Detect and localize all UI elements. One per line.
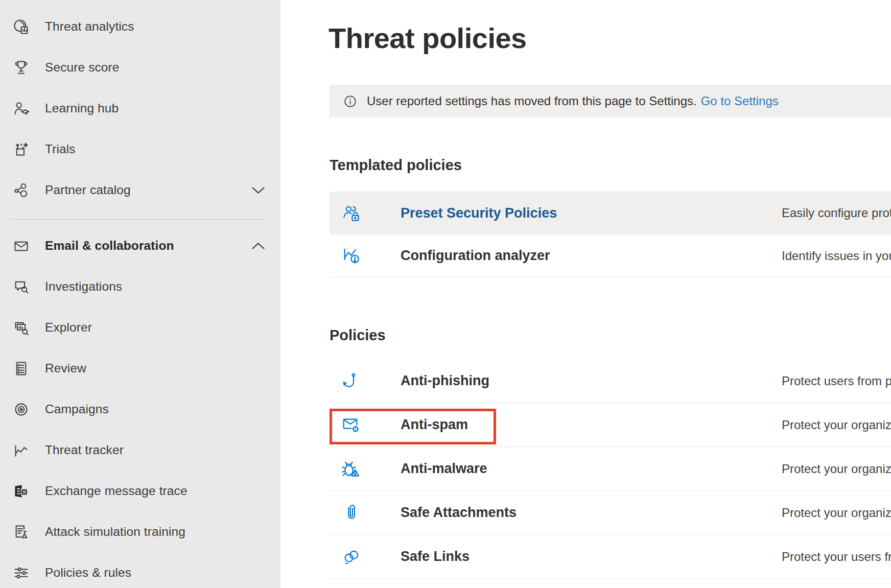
policy-row-description: Protect your organiz (782, 418, 891, 432)
policy-row-anti-malware[interactable]: Anti-malwareProtect your organiz (330, 447, 891, 491)
sidebar-item-learning-hub[interactable]: Learning hub (0, 88, 280, 129)
info-banner-text: User reported settings has moved from th… (367, 94, 697, 108)
sidebar-item-explorer[interactable]: Explorer (0, 307, 280, 348)
policy-row-description: Protect users from p (782, 374, 891, 388)
policy-row-label[interactable]: Anti-phishing (401, 373, 782, 389)
policy-row-label[interactable]: Anti-malware (401, 461, 782, 477)
policy-row-anti-spam[interactable]: Anti-spamProtect your organiz (330, 403, 891, 447)
sidebar-divider (10, 219, 265, 220)
sidebar-item-label: Explorer (45, 320, 92, 335)
sidebar-item-exchange-message-trace[interactable]: Exchange message trace (0, 471, 280, 511)
sidebar-item-partner-catalog[interactable]: Partner catalog (0, 170, 280, 210)
policy-row-safe-links[interactable]: Safe LinksProtect your users fr (330, 535, 891, 579)
anti-phishing-icon (330, 370, 401, 391)
policy-row-description: Protect your organiz (782, 462, 891, 476)
go-to-settings-link[interactable]: Go to Settings (701, 94, 779, 108)
sidebar-item-threat-tracker[interactable]: Threat tracker (0, 430, 280, 471)
policy-row-label[interactable]: Safe Attachments (401, 505, 782, 521)
policy-row-configuration-analyzer[interactable]: Configuration analyzerIdentify issues in… (330, 234, 891, 277)
sidebar-item-label: Campaigns (45, 402, 109, 416)
sidebar-item-review[interactable]: Review (0, 348, 280, 389)
policy-row-label[interactable]: Configuration analyzer (401, 248, 782, 264)
sidebar-item-label: Review (45, 361, 86, 375)
templated-policies-heading: Templated policies (330, 157, 462, 174)
attack-simulation-training-icon (11, 522, 31, 542)
policy-row-label[interactable]: Safe Links (401, 549, 782, 565)
threat-tracker-icon (11, 440, 31, 460)
chevron-down-icon[interactable] (251, 186, 265, 195)
policy-row-description: Easily configure prot (782, 206, 891, 220)
explorer-icon (11, 318, 31, 337)
sidebar-item-label: Email & collaboration (45, 239, 174, 253)
configuration-analyzer-icon (330, 245, 401, 266)
policy-row-description: Protect your users fr (782, 550, 891, 564)
sidebar-item-email-collaboration[interactable]: Email & collaboration (0, 225, 280, 266)
threat-analytics-icon (11, 17, 31, 36)
trials-icon (11, 139, 31, 159)
sidebar-nav: Threat analyticsSecure scoreLearning hub… (0, 0, 280, 588)
sidebar-item-campaigns[interactable]: Campaigns (0, 389, 280, 430)
policy-row-label[interactable]: Preset Security Policies (401, 205, 782, 221)
policies-rules-icon (11, 563, 31, 582)
sidebar-item-label: Secure score (45, 60, 120, 75)
sidebar-item-secure-score[interactable]: Secure score (0, 47, 280, 88)
policy-row-anti-phishing[interactable]: Anti-phishingProtect users from p (330, 359, 891, 403)
sidebar-item-label: Attack simulation training (45, 525, 185, 539)
sidebar-item-label: Policies & rules (45, 566, 131, 580)
sidebar-item-investigations[interactable]: Investigations (0, 266, 280, 307)
policy-row-label[interactable]: Anti-spam (401, 417, 782, 433)
safe-attachments-icon (330, 502, 401, 523)
sidebar-item-label: Partner catalog (45, 183, 131, 197)
sidebar-item-threat-analytics[interactable]: Threat analytics (0, 6, 280, 47)
review-icon (11, 359, 31, 378)
email-collaboration-icon (11, 236, 31, 255)
sidebar-item-label: Investigations (45, 279, 122, 294)
sidebar: Threat analyticsSecure scoreLearning hub… (0, 0, 280, 588)
anti-spam-icon (330, 414, 401, 435)
policies-heading: Policies (330, 327, 386, 344)
preset-security-policies-icon (330, 203, 401, 224)
campaigns-icon (11, 399, 31, 419)
sidebar-item-label: Learning hub (45, 101, 119, 115)
sidebar-item-label: Exchange message trace (45, 484, 187, 498)
sidebar-item-policies-rules[interactable]: Policies & rules (0, 552, 280, 588)
policy-row-description: Identify issues in you (782, 249, 891, 263)
sidebar-item-attack-simulation-training[interactable]: Attack simulation training (0, 511, 280, 552)
chevron-up-icon[interactable] (251, 242, 265, 250)
secure-score-icon (11, 58, 31, 77)
policy-row-safe-attachments[interactable]: Safe AttachmentsProtect your organiz (330, 491, 891, 535)
policies-list: Anti-phishingProtect users from pAnti-sp… (330, 359, 891, 579)
page-title: Threat policies (329, 21, 527, 55)
info-banner: User reported settings has moved from th… (330, 85, 891, 117)
sidebar-item-label: Threat tracker (45, 443, 124, 457)
safe-links-icon (330, 546, 401, 567)
sidebar-item-label: Trials (45, 142, 76, 156)
learning-hub-icon (11, 99, 31, 118)
main-content: Threat policies User reported settings h… (280, 0, 891, 588)
sidebar-item-trials[interactable]: Trials (0, 129, 280, 170)
sidebar-item-label: Threat analytics (45, 19, 134, 34)
policy-row-description: Protect your organiz (782, 506, 891, 520)
templated-policies-list: Preset Security PoliciesEasily configure… (330, 192, 891, 277)
anti-malware-icon (330, 458, 401, 479)
partner-catalog-icon (11, 180, 31, 200)
info-icon (342, 93, 358, 109)
investigations-icon (11, 277, 31, 296)
policy-row-preset-security-policies[interactable]: Preset Security PoliciesEasily configure… (330, 192, 891, 234)
exchange-message-trace-icon (11, 481, 31, 501)
